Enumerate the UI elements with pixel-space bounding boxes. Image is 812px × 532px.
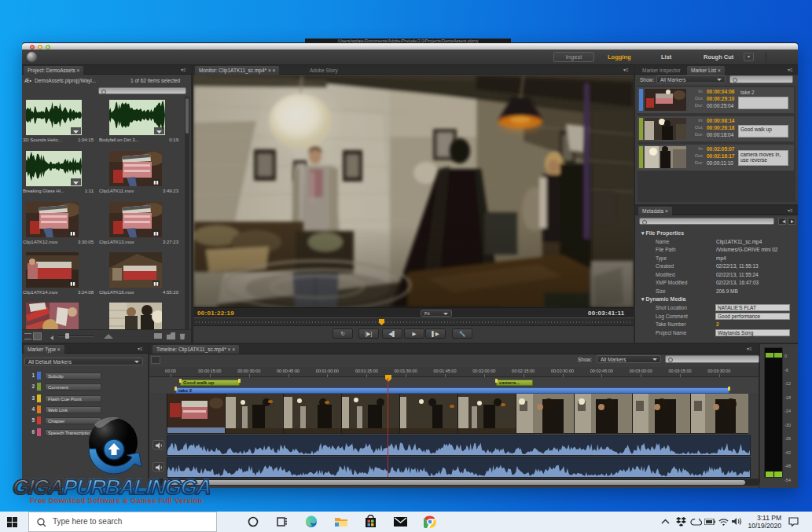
svg-text:▮▮: ▮▮ [153, 231, 159, 236]
svg-text:▮▮: ▮▮ [70, 281, 75, 286]
svg-text:▮▮: ▮▮ [153, 180, 159, 185]
svg-text:▮▮: ▮▮ [153, 281, 159, 286]
svg-text:▮▮: ▮▮ [70, 231, 75, 236]
